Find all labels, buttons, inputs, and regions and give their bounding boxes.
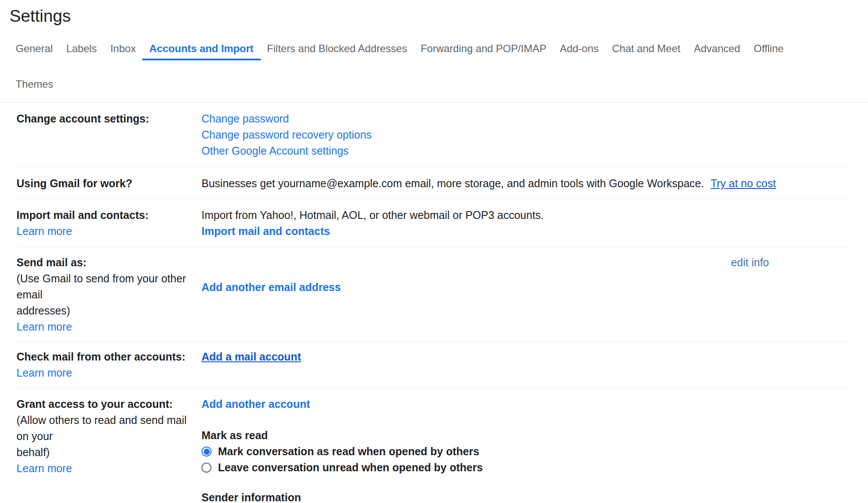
tab-forwarding-and-pop-imap[interactable]: Forwarding and POP/IMAP xyxy=(421,39,546,63)
tab-general[interactable]: General xyxy=(16,39,53,63)
row-check-mail-from-other-accounts: Check mail from other accounts: Learn mo… xyxy=(17,342,851,388)
add-another-account-link[interactable]: Add another account xyxy=(201,396,851,412)
check-mail-learn-more-link[interactable]: Learn more xyxy=(17,365,195,381)
send-mail-as-learn-more-link[interactable]: Learn more xyxy=(17,319,195,335)
sender-information-group: Sender information Show this address and… xyxy=(201,490,851,503)
add-another-email-address-link[interactable]: Add another email address xyxy=(201,279,341,295)
radio-label-leave-unread: Leave conversation unread when opened by… xyxy=(218,460,483,476)
radio-option-leave-unread[interactable]: Leave conversation unread when opened by… xyxy=(201,460,851,476)
radio-button-mark-read[interactable] xyxy=(201,447,211,457)
row-import-mail-and-contacts: Import mail and contacts: Learn more Imp… xyxy=(17,199,851,247)
grant-access-label: Grant access to your account: xyxy=(17,396,195,412)
row-label-cell: Send mail as: (Use Gmail to send from yo… xyxy=(17,255,201,335)
tab-filters-and-blocked-addresses[interactable]: Filters and Blocked Addresses xyxy=(267,39,407,63)
check-mail-label: Check mail from other accounts: xyxy=(17,349,195,365)
import-learn-more-link[interactable]: Learn more xyxy=(17,223,195,239)
row-content-cell: Add a mail account xyxy=(201,349,851,381)
tab-add-ons[interactable]: Add-ons xyxy=(560,39,598,63)
settings-table: Change account settings: Change password… xyxy=(17,103,851,503)
mark-as-read-heading: Mark as read xyxy=(201,427,851,443)
row-content-cell: Change password Change password recovery… xyxy=(201,111,851,159)
import-mail-and-contacts-link[interactable]: Import mail and contacts xyxy=(201,223,851,239)
send-mail-as-note-line2: addresses) xyxy=(17,303,195,319)
radio-label-mark-read: Mark conversation as read when opened by… xyxy=(218,443,479,460)
page-title: Settings xyxy=(10,6,868,26)
row-grant-access: Grant access to your account: (Allow oth… xyxy=(17,388,851,503)
edit-info-link[interactable]: edit info xyxy=(731,255,769,271)
sender-information-heading: Sender information xyxy=(201,490,851,503)
tab-inbox[interactable]: Inbox xyxy=(110,39,136,63)
add-a-mail-account-link[interactable]: Add a mail account xyxy=(201,351,301,363)
import-description-text: Import from Yahoo!, Hotmail, AOL, or oth… xyxy=(201,207,851,223)
mark-as-read-group: Mark as read Mark conversation as read w… xyxy=(201,427,851,476)
change-password-link[interactable]: Change password xyxy=(201,111,851,127)
tab-themes[interactable]: Themes xyxy=(16,75,53,98)
import-mail-and-contacts-label: Import mail and contacts: xyxy=(17,207,195,223)
row-using-gmail-for-work: Using Gmail for work? Businesses get you… xyxy=(17,167,851,199)
grant-access-note-line2: behalf) xyxy=(17,444,195,460)
using-gmail-for-work-label: Using Gmail for work? xyxy=(17,177,132,189)
grant-access-learn-more-link[interactable]: Learn more xyxy=(17,460,195,477)
row-label-cell: Check mail from other accounts: Learn mo… xyxy=(17,349,201,381)
change-password-recovery-options-link[interactable]: Change password recovery options xyxy=(201,127,851,143)
row-label-cell: Using Gmail for work? xyxy=(17,175,201,192)
settings-tabs: General Labels Inbox Accounts and Import… xyxy=(16,39,852,98)
try-at-no-cost-link[interactable]: Try at no cost xyxy=(710,177,776,189)
row-content-cell: Import from Yahoo!, Hotmail, AOL, or oth… xyxy=(201,207,851,239)
workspace-promo-text: Businesses get yourname@example.com emai… xyxy=(201,177,704,189)
radio-button-leave-unread[interactable] xyxy=(201,463,211,473)
row-content-cell: Businesses get yourname@example.com emai… xyxy=(201,175,851,192)
send-mail-as-label: Send mail as: xyxy=(17,255,195,271)
change-account-settings-label: Change account settings: xyxy=(17,113,149,125)
row-label-cell: Change account settings: xyxy=(17,111,201,159)
tab-labels[interactable]: Labels xyxy=(66,39,97,63)
row-label-cell: Grant access to your account: (Allow oth… xyxy=(17,396,201,503)
row-content-cell: Add another account Mark as read Mark co… xyxy=(201,396,851,503)
radio-option-mark-read[interactable]: Mark conversation as read when opened by… xyxy=(201,443,851,460)
tab-chat-and-meet[interactable]: Chat and Meet xyxy=(612,39,680,63)
row-change-account-settings: Change account settings: Change password… xyxy=(17,103,851,167)
tab-offline[interactable]: Offline xyxy=(754,39,784,63)
row-label-cell: Import mail and contacts: Learn more xyxy=(17,207,201,239)
other-google-account-settings-link[interactable]: Other Google Account settings xyxy=(201,143,851,159)
grant-access-note-line1: (Allow others to read and send mail on y… xyxy=(17,412,195,444)
send-mail-as-note-line1: (Use Gmail to send from your other email xyxy=(17,271,195,303)
row-send-mail-as: Send mail as: (Use Gmail to send from yo… xyxy=(17,247,851,342)
tab-accounts-and-import[interactable]: Accounts and Import xyxy=(149,39,254,63)
tab-advanced[interactable]: Advanced xyxy=(694,39,740,63)
